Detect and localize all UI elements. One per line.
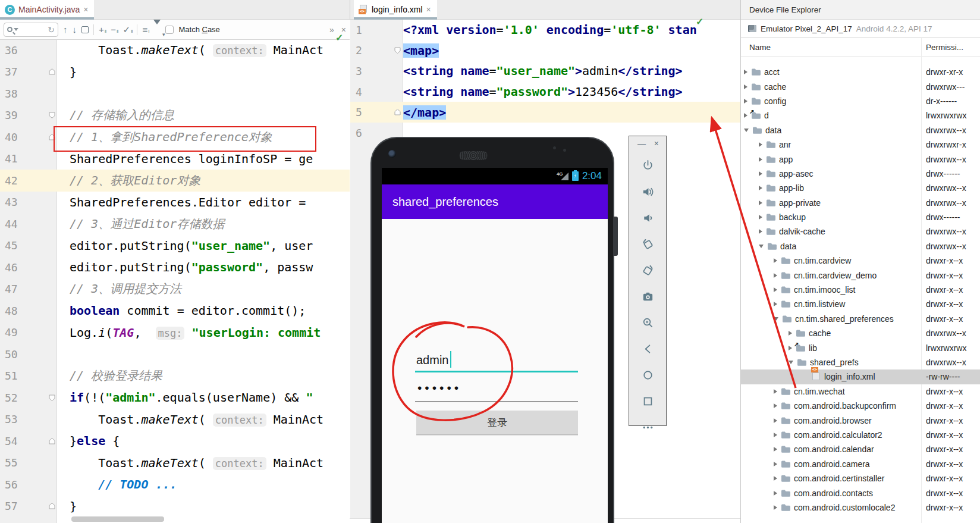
tree-row-app[interactable]: appdrwxrwx--x xyxy=(741,152,980,166)
chevron-down-icon[interactable] xyxy=(759,245,764,248)
inspections-ok-icon[interactable]: ✓ xyxy=(696,16,703,27)
code-line-42[interactable]: 42// 2、获取Editor对象 xyxy=(0,170,350,192)
tab-mainactivity-java[interactable]: C MainActivity.java × xyxy=(0,0,94,19)
chevron-right-icon[interactable] xyxy=(774,389,777,394)
code-line-2[interactable]: 2<map> xyxy=(350,40,740,61)
chevron-right-icon[interactable] xyxy=(759,186,762,190)
tree-row-com.android.camera[interactable]: com.android.cameradrwxr-x--x xyxy=(741,457,980,471)
tree-row-com.android.calculator2[interactable]: com.android.calculator2drwxr-x--x xyxy=(741,428,980,442)
chevron-down-icon[interactable] xyxy=(774,317,778,321)
volume-up-icon[interactable] xyxy=(641,185,655,199)
chevron-right-icon[interactable] xyxy=(759,229,762,234)
code-line-48[interactable]: 48boolean commit = editor.commit(); xyxy=(0,300,350,322)
tree-row-com.android.certinstaller[interactable]: com.android.certinstallerdrwxr-x--x xyxy=(741,471,980,486)
home-icon[interactable] xyxy=(641,368,655,382)
fold-marker-icon[interactable] xyxy=(46,111,57,119)
tree-row-com.android.customlocale2[interactable]: com.android.customlocale2drwxr-x--x xyxy=(741,500,980,515)
chevron-right-icon[interactable] xyxy=(774,476,777,481)
code-line-36[interactable]: 36 Toast.makeText( context: MainAct xyxy=(0,39,350,61)
chevron-right-icon[interactable] xyxy=(774,273,777,278)
column-name[interactable]: Name xyxy=(741,43,771,52)
tree-row-acct[interactable]: acctdrwxr-xr-x xyxy=(741,65,980,79)
next-occurrence-icon[interactable]: ↓ xyxy=(73,25,77,34)
code-line-40[interactable]: 40// 1、拿到SharedPreference对象 xyxy=(0,126,350,148)
tree-row-dalvik-cache[interactable]: dalvik-cachedrwxrwx--x xyxy=(741,224,980,239)
tree-row-config[interactable]: configdr-x------ xyxy=(741,94,980,108)
close-tab-icon[interactable]: × xyxy=(426,5,431,14)
code-line-5[interactable]: 5</map> xyxy=(350,102,740,123)
code-line-41[interactable]: 41SharedPreferences loginInfoSP = ge xyxy=(0,148,350,170)
tree-row-app-asec[interactable]: app-asecdrwx------ xyxy=(741,167,980,181)
tree-row-com.android.calendar[interactable]: com.android.calendardrwxr-x--x xyxy=(741,442,980,456)
previous-occurrence-icon[interactable]: ↑ xyxy=(63,25,68,34)
chevron-right-icon[interactable] xyxy=(774,505,777,510)
filter-icon[interactable] xyxy=(153,24,161,35)
add-occurrence-icon[interactable]: +II xyxy=(99,25,106,34)
code-line-56[interactable]: 56 // TODO ... xyxy=(0,474,350,496)
fold-marker-icon[interactable] xyxy=(46,133,57,141)
code-line-49[interactable]: 49Log.i(TAG, msg: "userLogin: commit xyxy=(0,322,350,344)
chevron-right-icon[interactable] xyxy=(774,418,777,423)
zoom-in-icon[interactable] xyxy=(641,316,655,330)
file-tree[interactable]: acctdrwxr-xr-xcachedrwxrwx---configdr-x-… xyxy=(741,57,980,523)
fold-marker-icon[interactable] xyxy=(392,108,403,116)
rotate-left-icon[interactable] xyxy=(641,237,655,251)
chevron-right-icon[interactable] xyxy=(789,346,792,350)
tree-row-cn.tim.shared_preferences[interactable]: cn.tim.shared_preferencesdrwxr-x--x xyxy=(741,312,980,326)
chevron-right-icon[interactable] xyxy=(789,331,792,336)
chevron-right-icon[interactable] xyxy=(759,201,762,205)
multiline-search-icon[interactable]: ≡I xyxy=(142,25,149,34)
tree-row-backup[interactable]: backupdrwx------ xyxy=(741,210,980,224)
tree-row-anr[interactable]: anrdrwxrwxr-x xyxy=(741,137,980,152)
column-permissions[interactable]: Permissi... xyxy=(926,43,963,52)
more-icon[interactable] xyxy=(641,421,655,434)
find-in-selection-icon[interactable] xyxy=(81,26,89,33)
login-button[interactable]: 登录 xyxy=(416,411,578,434)
chevron-right-icon[interactable] xyxy=(774,302,777,306)
match-case-label[interactable]: Match Case xyxy=(178,25,219,34)
chevron-right-icon[interactable] xyxy=(744,84,747,89)
chevron-right-icon[interactable] xyxy=(774,258,777,263)
tree-row-data[interactable]: datadrwxrwx--x xyxy=(741,239,980,253)
code-line-57[interactable]: 57} xyxy=(0,496,350,518)
chevron-right-icon[interactable] xyxy=(744,113,747,118)
screenshot-icon[interactable] xyxy=(641,290,655,303)
chevron-right-icon[interactable] xyxy=(759,157,762,162)
tree-row-data[interactable]: datadrwxrwx--x xyxy=(741,123,980,137)
inspections-ok-icon[interactable]: ✓ xyxy=(335,32,343,43)
chevron-right-icon[interactable] xyxy=(774,447,777,452)
tree-row-cn.tim.imooc_list[interactable]: cn.tim.imooc_listdrwxr-x--x xyxy=(741,283,980,297)
tree-row-cn.tim.cardview[interactable]: cn.tim.cardviewdrwxr-x--x xyxy=(741,253,980,268)
fold-marker-icon[interactable] xyxy=(46,394,57,402)
code-line-43[interactable]: 43SharedPreferences.Editor editor = xyxy=(0,192,350,214)
code-line-37[interactable]: 37} xyxy=(0,61,350,83)
minimize-icon[interactable]: — xyxy=(637,139,646,148)
chevron-right-icon[interactable] xyxy=(759,171,762,176)
toolbar-overflow-icon[interactable]: » xyxy=(329,25,334,35)
code-line-47[interactable]: 47// 3、调用提交方法 xyxy=(0,278,350,300)
code-line-45[interactable]: 45editor.putString("user_name", user xyxy=(0,235,350,257)
tree-row-shared_prefs[interactable]: shared_prefsdrwxrwx--x xyxy=(741,355,980,369)
select-all-occurrences-icon[interactable]: ✓II xyxy=(122,25,132,34)
code-line-50[interactable]: 50 xyxy=(0,343,350,365)
tree-row-com.android.contacts[interactable]: com.android.contactsdrwxr-x--x xyxy=(741,486,980,500)
search-history-icon[interactable]: ↻ xyxy=(48,25,55,35)
tree-row-cn.tim.wechat[interactable]: cn.tim.wechatdrwxr-x--x xyxy=(741,384,980,399)
code-line-52[interactable]: 52if(!("admin".equals(userName) && " xyxy=(0,387,350,409)
tree-row-lib[interactable]: ↗liblrwxrwxrwx xyxy=(741,340,980,355)
back-icon[interactable] xyxy=(641,342,655,356)
device-selector[interactable]: Emulator Pixel_2_API_17 Android 4.2.2, A… xyxy=(741,20,980,38)
volume-down-icon[interactable] xyxy=(641,211,655,225)
fold-marker-icon[interactable] xyxy=(46,437,57,445)
code-line-53[interactable]: 53 Toast.makeText( context: MainAct xyxy=(0,409,350,431)
code-line-3[interactable]: 3<string name="user_name">admin</string> xyxy=(350,61,740,82)
chevron-right-icon[interactable] xyxy=(759,142,762,147)
code-line-1[interactable]: 1<?xml version='1.0' encoding='utf-8' st… xyxy=(350,20,740,40)
code-line-44[interactable]: 44// 3、通过Editor存储数据 xyxy=(0,213,350,235)
rotate-right-icon[interactable] xyxy=(641,264,655,277)
code-line-38[interactable]: 38 xyxy=(0,83,350,105)
code-line-46[interactable]: 46editor.putString("password", passw xyxy=(0,256,350,278)
chevron-right-icon[interactable] xyxy=(744,70,747,74)
fold-marker-icon[interactable] xyxy=(46,502,57,510)
code-line-54[interactable]: 54}else { xyxy=(0,430,350,452)
